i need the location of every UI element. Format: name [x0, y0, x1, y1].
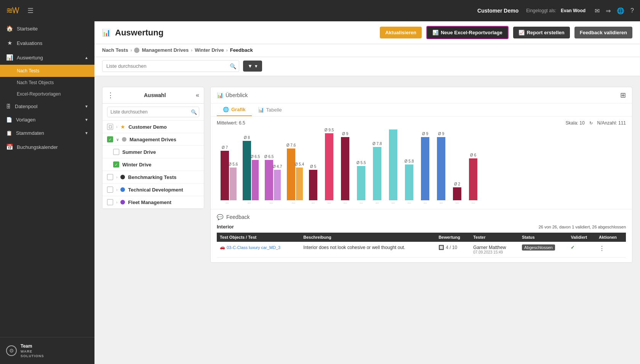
left-panel-search: 🔍 — [102, 104, 204, 121]
content-area: 📊 Auswertung Aktualisieren 📊 Neue Excel-… — [94, 21, 640, 364]
filter-button[interactable]: ▼ ▾ — [243, 61, 262, 72]
sidebar-item-stammdaten[interactable]: 📋 Stammdaten ▼ — [0, 126, 94, 140]
bar-2a — [243, 141, 251, 200]
excel-button[interactable]: 📊 Neue Excel-Reportvorlage — [426, 26, 509, 39]
breadcrumb-sep-1: › — [191, 48, 192, 53]
two-col-layout: ⋮ Auswahl « 🔍 ☐ › ★ Customer Demo — [94, 81, 640, 268]
breadcrumb-item-0: Nach Tests — [102, 47, 128, 53]
grafik-label: Grafik — [231, 107, 246, 112]
list-item-technical-development[interactable]: › Technical Development — [102, 184, 204, 196]
list-item-winter-drive[interactable]: ✓ Winter Drive — [102, 158, 204, 171]
refresh-scale-icon: ↻ — [589, 121, 593, 126]
sidebar-item-buchungskalender[interactable]: 📅 Buchungskalender — [0, 140, 94, 154]
footer-logo: Team WARESOLUTIONS — [21, 343, 44, 358]
search-input[interactable] — [102, 60, 239, 72]
status-badge: Abgeschlossen — [522, 244, 555, 251]
collapse-icon[interactable]: ☰ — [27, 6, 34, 15]
checkbox-benchmarking-tests[interactable] — [107, 174, 113, 180]
globe-icon[interactable]: 🌐 — [617, 7, 624, 14]
logout-icon[interactable]: ⇒ — [606, 7, 611, 14]
search-bar-area: 🔍 ▼ ▾ — [94, 57, 640, 76]
checkbox-winter-drive[interactable]: ✓ — [113, 161, 119, 168]
sidebar: 🏠 Startseite ★ Evaluations 📊 Auswertung … — [0, 21, 94, 364]
sidebar-item-startseite[interactable]: 🏠 Startseite — [0, 21, 94, 36]
sidebar-item-auswertung[interactable]: 📊 Auswertung ▲ — [0, 50, 94, 65]
report-button[interactable]: 📈 Report erstellen — [513, 27, 570, 38]
bar-tick-1: ... — [226, 200, 229, 204]
stammdaten-icon: 📋 — [6, 130, 12, 136]
sidebar-item-evaluations[interactable]: ★ Evaluations — [0, 36, 94, 50]
rating-badge: 🔲 4 / 10 — [438, 245, 467, 250]
sidebar-sub-excel-reportvorlagen[interactable]: Excel-Reportvorlagen — [0, 88, 94, 100]
grid-view-icon[interactable]: ⊞ — [620, 91, 626, 99]
topbar: ≋\/\/ ☰ Customer Demo Eingeloggt als: Ev… — [0, 0, 640, 21]
bar-tick-4: ... — [292, 200, 295, 204]
checkbox-fleet-management[interactable] — [107, 199, 113, 205]
panel-collapse-icon[interactable]: « — [196, 92, 199, 99]
sidebar-sub-nach-test-objects[interactable]: Nach Test Objects — [0, 77, 94, 88]
th-beschreibung: Beschreibung — [300, 233, 435, 242]
refresh-button[interactable]: Aktualisieren — [380, 27, 422, 38]
sidebar-item-vorlagen[interactable]: 📄 Vorlagen ▼ — [0, 113, 94, 126]
list-item-fleet-management[interactable]: › Fleet Management — [102, 196, 204, 209]
checkbox-summer-drive[interactable] — [113, 149, 119, 155]
search-icon: 🔍 — [230, 63, 236, 69]
bar-label-14: Ø 2 — [454, 182, 461, 186]
panel-search-input[interactable] — [107, 107, 199, 117]
filter-dropdown-icon: ▾ — [255, 63, 258, 69]
actions-menu-icon[interactable]: ⋮ — [599, 245, 605, 252]
bar-tick-6: ... — [328, 200, 331, 204]
th-status: Status — [519, 233, 568, 242]
search-wrap: 🔍 — [102, 60, 239, 72]
bar-tick-13: ... — [440, 200, 443, 204]
td-validiert: ✓ — [568, 242, 596, 258]
check-icon: ✓ — [571, 245, 574, 250]
tab-grafik[interactable]: 🌐 Grafik — [217, 104, 252, 116]
chart-meta: Mittelwert: 6.5 Skala: 10 ↻ N/Anzahl: 11… — [211, 117, 632, 128]
checkbox-management-drives[interactable]: ✓ — [107, 136, 113, 142]
chart-area: Ø 7 Ø 5.6 ... Ø 8 Ø 6.5 ... Ø 6.5 Ø — [211, 128, 632, 209]
bar-2b — [252, 160, 259, 200]
bar-label-2a: Ø 8 — [244, 136, 250, 140]
logo-area: ≋\/\/ — [6, 6, 18, 16]
mail-icon[interactable]: ✉ — [595, 7, 600, 14]
bar-1b — [230, 168, 237, 200]
checkbox-customer-demo[interactable]: ☐ — [107, 124, 113, 130]
bar-9a — [373, 147, 381, 200]
panel-menu-icon[interactable]: ⋮ — [107, 91, 114, 99]
main-layout: 🏠 Startseite ★ Evaluations 📊 Auswertung … — [0, 21, 640, 364]
feedback-table: Test Objects / Test Beschreibung Bewertu… — [217, 233, 626, 258]
vorlagen-chevron: ▼ — [85, 118, 88, 122]
uberblick-icon: 📊 — [217, 92, 223, 98]
breadcrumb-item-3: Feedback — [230, 47, 253, 53]
label-fleet-management: Fleet Management — [128, 200, 171, 205]
feedback-sub-header: Interior 26 von 26, davon 1 validiert, 2… — [217, 224, 626, 230]
bar-3b — [274, 170, 281, 200]
list-item-benchmarking-tests[interactable]: › Benchmarking Tests — [102, 171, 204, 184]
bar-15a — [469, 158, 477, 200]
td-beschreibung: Interior does not look cohesive or well … — [300, 242, 435, 258]
sidebar-item-datenpool[interactable]: 🗄 Datenpool ▼ — [0, 100, 94, 113]
user-name: Evan Wood — [561, 8, 586, 13]
bar-label-13: Ø 9 — [438, 132, 445, 136]
stammdaten-chevron: ▼ — [85, 131, 88, 135]
checkbox-technical-development[interactable] — [107, 187, 113, 193]
td-test-object: 🚗 03-C-Class luxury car_MD_3 — [217, 242, 300, 258]
demo-label: Customer Demo — [477, 8, 518, 14]
label-winter-drive: Winter Drive — [122, 162, 151, 168]
list-item-summer-drive[interactable]: Summer Drive — [102, 146, 204, 158]
sidebar-label-auswertung: Auswertung — [17, 55, 43, 61]
bar-label-5: Ø 5 — [310, 164, 317, 169]
dot-management-drives — [122, 137, 126, 142]
list-item-customer-demo[interactable]: ☐ › ★ Customer Demo — [102, 121, 204, 133]
filter-icon: ▼ — [248, 63, 253, 69]
tab-tabelle[interactable]: 📊 Tabelle — [252, 104, 288, 116]
bar-label-3a: Ø 6.5 — [264, 155, 274, 159]
th-bewertung: Bewertung — [435, 233, 470, 242]
help-icon[interactable]: ? — [630, 7, 634, 14]
footer-team-label: Team — [21, 343, 32, 349]
feedback-validate-button[interactable]: Feedback validieren — [574, 27, 632, 38]
list-item-management-drives[interactable]: ✓ ∨ Management Drives — [102, 133, 204, 146]
td-aktionen[interactable]: ⋮ — [596, 242, 626, 258]
sidebar-sub-nach-tests[interactable]: Nach Tests — [0, 65, 94, 77]
